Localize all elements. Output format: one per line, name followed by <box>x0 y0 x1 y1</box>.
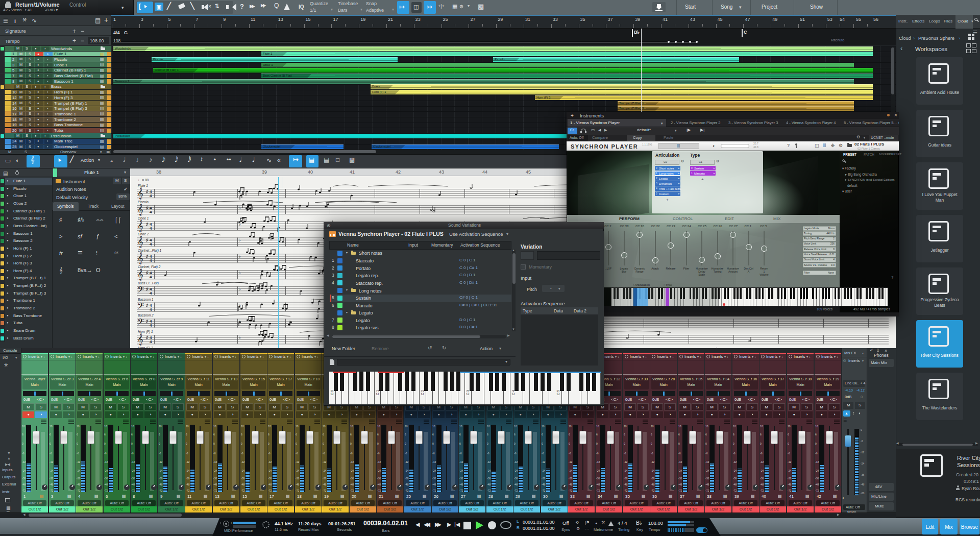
svg-text:♯: ♯ <box>146 254 149 259</box>
svg-text:𝄢: 𝄢 <box>137 285 144 296</box>
svg-text:♯: ♯ <box>146 270 149 275</box>
svg-text:4: 4 <box>150 226 152 231</box>
svg-text:♯: ♯ <box>146 335 149 340</box>
svg-text:♯: ♯ <box>146 222 149 227</box>
svg-text:4: 4 <box>150 291 152 296</box>
svg-text:♭: ♭ <box>239 238 241 242</box>
svg-text:𝄞: 𝄞 <box>137 269 143 281</box>
svg-text:♯: ♯ <box>146 303 149 308</box>
svg-text:♯: ♯ <box>146 237 149 242</box>
svg-text:4: 4 <box>150 339 152 344</box>
svg-text:𝄞: 𝄞 <box>137 236 143 248</box>
svg-text:♯: ♯ <box>146 319 149 324</box>
svg-text:4: 4 <box>150 210 152 214</box>
svg-text:Piccolo: Piccolo <box>138 200 149 204</box>
svg-text:Oboe 1: Oboe 1 <box>138 216 149 220</box>
svg-text:4: 4 <box>150 242 152 247</box>
svg-text:♭: ♭ <box>239 271 241 275</box>
svg-text:4: 4 <box>150 275 152 279</box>
svg-text:4: 4 <box>150 193 152 198</box>
svg-text:♯: ♯ <box>146 189 149 194</box>
svg-text:𝄢: 𝄢 <box>137 317 144 328</box>
svg-text:4: 4 <box>150 307 152 312</box>
svg-text:♯: ♯ <box>146 286 149 291</box>
svg-text:♭: ♭ <box>239 206 241 210</box>
svg-text:♭: ♭ <box>239 287 241 291</box>
svg-text:4: 4 <box>150 258 152 263</box>
svg-text:Flute 1: Flute 1 <box>138 184 148 187</box>
svg-text:𝄞: 𝄞 <box>137 333 143 346</box>
svg-text:4: 4 <box>150 323 152 328</box>
svg-text:𝄞: 𝄞 <box>137 204 143 216</box>
svg-text:♭: ♭ <box>239 254 241 259</box>
svg-text:Oboe 2: Oboe 2 <box>138 232 149 236</box>
svg-text:♯: ♯ <box>146 205 149 210</box>
svg-text:𝄢: 𝄢 <box>137 301 144 312</box>
svg-text:Bassoon 1: Bassoon 1 <box>138 298 154 301</box>
svg-text:Bassoon 2: Bassoon 2 <box>138 313 154 317</box>
svg-text:𝄞: 𝄞 <box>137 220 143 232</box>
svg-text:♭: ♭ <box>239 335 241 340</box>
svg-text:𝄞: 𝄞 <box>137 252 143 264</box>
svg-text:𝄞: 𝄞 <box>137 187 143 200</box>
